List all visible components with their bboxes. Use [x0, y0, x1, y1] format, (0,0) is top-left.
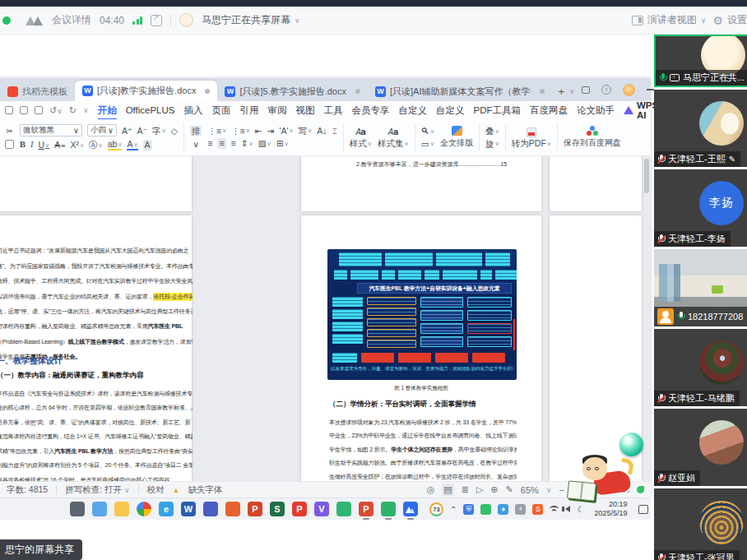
menu-custom-1[interactable]: 自定义	[399, 104, 428, 117]
menu-view[interactable]: 视图	[296, 104, 315, 117]
wifi-icon[interactable]	[550, 506, 559, 512]
highlight-color-icon[interactable]: ab∨	[108, 140, 123, 150]
pop-out-icon[interactable]	[151, 15, 162, 26]
text-layout-icon[interactable]: 排	[190, 126, 202, 137]
italic-icon[interactable]: I	[30, 141, 34, 150]
rename-pen-icon[interactable]: ✎	[729, 155, 735, 164]
tab-close-dot[interactable]	[540, 89, 545, 94]
view-mode-dropdown[interactable]: 演讲者视图 ∨	[632, 13, 707, 27]
align-right-icon[interactable]: ≡	[231, 139, 236, 148]
wps-ai-button[interactable]: WPS AI	[624, 100, 654, 120]
sharer-status-dropdown[interactable]: 马思宁正在共享屏幕 ∨	[202, 13, 300, 27]
align-left-icon[interactable]: ≡	[207, 139, 212, 148]
menu-custom-2[interactable]: 自定义	[436, 104, 465, 117]
redo-icon[interactable]: ↻	[69, 106, 77, 115]
menu-officeplus[interactable]: OfficePLUS	[126, 105, 175, 115]
taskbar-app-screencast-running[interactable]	[381, 502, 396, 516]
menu-pdf-toolbox[interactable]: PDF工具箱	[474, 104, 522, 117]
menu-home[interactable]: 开始	[98, 104, 117, 117]
zoom-level[interactable]: 65%	[521, 485, 539, 495]
menu-paper-assistant[interactable]: 论文助手	[577, 104, 615, 117]
taskbar-app-word[interactable]: W	[181, 502, 196, 516]
taskbar-app-wps[interactable]: P	[292, 502, 307, 516]
sort-icon[interactable]: A↓	[317, 127, 327, 136]
participant-tile[interactable]: 天津轻工-马绪鹏	[654, 329, 747, 406]
show-marks-icon[interactable]: ⌶	[332, 127, 336, 136]
proofread-button[interactable]: 校对	[147, 484, 165, 496]
tab-docer-templates[interactable]: 找稻壳模板	[0, 81, 75, 101]
clear-format-icon[interactable]: ◇	[171, 127, 178, 136]
help-icon[interactable]: ?	[601, 85, 611, 95]
find-icon[interactable]: 🔍︎∨	[421, 127, 435, 136]
bullet-list-icon[interactable]: ⋮≡∨	[207, 127, 226, 136]
char-scale-icon[interactable]: 'A'∨	[279, 127, 293, 136]
rotate-objects-icon[interactable]: 旋∨	[485, 140, 499, 149]
bold-icon[interactable]: B	[20, 141, 26, 150]
tab-close-dot[interactable]	[205, 89, 210, 94]
strikethrough-icon[interactable]: A∨	[54, 141, 65, 150]
missing-font-warning[interactable]: 缺失字体	[188, 484, 222, 496]
taskbar-app-chrome[interactable]	[137, 502, 151, 516]
taskbar-app-powerpoint-running[interactable]: P	[359, 502, 374, 516]
tray-s-icon[interactable]: S	[532, 504, 543, 515]
taskbar-app-tencent-meeting-running[interactable]	[403, 502, 418, 516]
menu-review[interactable]: 审阅	[268, 104, 287, 117]
increase-indent-icon[interactable]: ⇥	[267, 127, 275, 136]
underline-icon[interactable]: U∨	[39, 141, 50, 150]
taskbar-app-search[interactable]	[70, 502, 85, 516]
menu-member[interactable]: 会员专享	[352, 104, 390, 117]
new-tab-button[interactable]: +∨	[552, 81, 582, 101]
tab-document-active[interactable]: W [只读]教学实施报告.docx	[75, 81, 217, 101]
taskbar-app-violet[interactable]: V	[314, 502, 329, 516]
superscript-icon[interactable]: X²∨	[70, 141, 84, 150]
text-effects-icon[interactable]: 字∨	[152, 127, 166, 136]
zoom-out-button[interactable]: −	[559, 485, 564, 495]
save-icon[interactable]	[5, 106, 13, 114]
phonetic-icon[interactable]: Ⓐ∨	[89, 141, 103, 150]
char-shading-icon[interactable]: A	[143, 140, 152, 150]
tray-green-icon[interactable]	[480, 504, 491, 515]
tray-shield-icon[interactable]: ⛨	[463, 504, 474, 515]
menu-page[interactable]: 页面	[212, 104, 231, 117]
participant-tile[interactable]: 李扬 天津轻工-李扬	[654, 169, 747, 247]
battery-indicator[interactable]: 73	[429, 502, 443, 516]
line-spacing-icon[interactable]: ⇕∨	[241, 139, 253, 148]
web-view-icon[interactable]: ⊕	[490, 484, 498, 495]
tray-usb-icon[interactable]: +	[515, 504, 526, 515]
style-set-button[interactable]: 𝐴𝗮 样式集∨	[378, 127, 409, 148]
align-center-icon[interactable]: ≡	[217, 138, 225, 149]
settings-button[interactable]: ⚙设置	[712, 13, 747, 27]
participant-tile-sharer[interactable]: 马思宁正在共...	[654, 35, 747, 87]
paste-icon[interactable]	[5, 140, 14, 149]
align-objects-icon[interactable]: 叠∨	[485, 127, 499, 136]
convert-to-pdf-button[interactable]: 转为PDF∨	[512, 127, 551, 148]
notification-center-icon[interactable]	[638, 505, 648, 514]
menu-insert[interactable]: 插入	[184, 104, 203, 117]
tab-document-3[interactable]: W [只读]AI辅助新媒体文案写作（教学	[368, 81, 552, 101]
print-icon[interactable]	[20, 106, 28, 114]
text-direction-icon[interactable]: 写∨	[299, 127, 313, 136]
text-layout-caret[interactable]: ∨	[193, 140, 198, 149]
cut-icon[interactable]: ✂	[6, 127, 12, 136]
minimize-button[interactable]	[647, 89, 654, 90]
undo-icon[interactable]: ↺∨	[49, 106, 63, 115]
account-avatar[interactable]	[623, 84, 635, 96]
font-size-select[interactable]: 小四∨	[87, 124, 117, 137]
participant-tile[interactable]: 天津轻工-王熙 ✎	[654, 90, 747, 167]
participant-tile[interactable]: 天津轻工-张冠男	[654, 488, 747, 560]
taskbar-app-green[interactable]	[336, 502, 351, 516]
outline-view-icon[interactable]: ≣	[462, 484, 469, 495]
tray-expand-icon[interactable]: ⌃	[450, 505, 457, 514]
taskbar-app-files[interactable]	[92, 502, 107, 516]
quick-access-caret[interactable]: ∨	[83, 107, 89, 114]
full-text-layout-button[interactable]: 全文排版	[440, 126, 473, 149]
taskbar-app-sheets[interactable]: S	[270, 502, 285, 516]
menu-tools[interactable]: 工具	[324, 104, 343, 117]
pen-tool-icon[interactable]: ✎	[506, 484, 513, 495]
multi-window-icon[interactable]	[582, 86, 590, 94]
taskbar-app-folder[interactable]	[114, 502, 129, 516]
shinchan-sticker[interactable]	[566, 451, 638, 516]
taskbar-app-edge[interactable]: e	[159, 502, 174, 516]
borders-icon[interactable]: ⊞∨	[276, 139, 289, 148]
shading-icon[interactable]: ▨∨	[258, 139, 271, 148]
